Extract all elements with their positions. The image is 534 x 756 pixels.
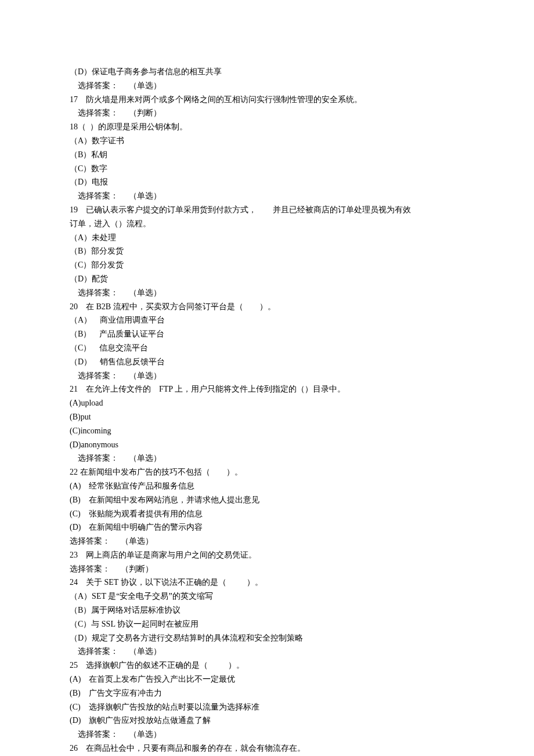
text-line: (D) 在新闻组中明确广告的警示内容 — [70, 520, 464, 534]
text-line: 选择答案： （单选） — [70, 189, 464, 203]
text-line: 选择答案： （判断） — [70, 106, 464, 120]
text-line: (A) 经常张贴宣传产品和服务信息 — [70, 479, 464, 493]
text-line: 选择答案： （单选） — [70, 369, 464, 383]
text-line: (B)put — [70, 410, 464, 424]
text-line: （C） 信息交流平台 — [70, 341, 464, 355]
text-line: 23 网上商店的单证是商家与用户之间的交易凭证。 — [70, 548, 464, 562]
text-line: 订单，进入（）流程。 — [70, 217, 464, 231]
text-line: （D） 销售信息反馈平台 — [70, 355, 464, 369]
text-line: 选择答案： （单选） — [70, 79, 464, 93]
text-line: 25 选择旗帜广告的叙述不正确的是（ ）。 — [70, 659, 464, 672]
text-line: （B）部分发货 — [70, 244, 464, 258]
text-line: 选择答案： （单选） — [70, 534, 464, 548]
text-line: （C）与 SSL 协议一起同时在被应用 — [70, 617, 464, 631]
text-line: (D) 旗帜广告应对投放站点做通盘了解 — [70, 714, 464, 728]
content-body: （D）保证电子商务参与者信息的相互共享 选择答案： （单选）17 防火墙是用来对… — [70, 65, 464, 756]
text-line: 24 关于 SET 协议，以下说法不正确的是（ ）。 — [70, 576, 464, 589]
text-line: （A）数字证书 — [70, 134, 464, 148]
text-line: (A) 在首页上发布广告投入产出比不一定最优 — [70, 672, 464, 686]
text-line: 20 在 B2B 流程中，买卖双方合同签订平台是（ ）。 — [70, 300, 464, 314]
text-line: (D)anonymous — [70, 438, 464, 452]
text-line: 选择答案： （判断） — [70, 562, 464, 576]
text-line: (B) 在新闻组中发布网站消息，并请求他人提出意见 — [70, 493, 464, 507]
text-line: 17 防火墙是用来对两个或多个网络之间的互相访问实行强制性管理的安全系统。 — [70, 93, 464, 107]
document-page: （D）保证电子商务参与者信息的相互共享 选择答案： （单选）17 防火墙是用来对… — [0, 0, 534, 756]
text-line: （C）数字 — [70, 162, 464, 176]
text-line: 选择答案： （单选） — [70, 645, 464, 659]
text-line: 选择答案： （单选） — [70, 286, 464, 300]
text-line: （B） 产品质量认证平台 — [70, 327, 464, 341]
text-line: (C)incoming — [70, 424, 464, 438]
text-line: （D）电报 — [70, 175, 464, 189]
text-line: 18（ ）的原理是采用公钥体制。 — [70, 120, 464, 134]
text-line: （A）SET 是“安全电子交易”的英文缩写 — [70, 589, 464, 603]
text-line: (B) 广告文字应有冲击力 — [70, 686, 464, 700]
text-line: （C）部分发货 — [70, 258, 464, 272]
text-line: 21 在允许上传文件的 FTP 上，用户只能将文件上传到指定的（）目录中。 — [70, 382, 464, 396]
text-line: （D）配货 — [70, 272, 464, 286]
text-line: (C) 张贴能为观看者提供有用的信息 — [70, 507, 464, 521]
text-line: （B）属于网络对话层标准协议 — [70, 603, 464, 617]
text-line: 选择答案： （单选） — [70, 451, 464, 465]
text-line: （A）未处理 — [70, 231, 464, 245]
text-line: （A） 商业信用调查平台 — [70, 313, 464, 327]
text-line: （B）私钥 — [70, 148, 464, 162]
text-line: （D）保证电子商务参与者信息的相互共享 — [70, 65, 464, 79]
text-line: (A)upload — [70, 396, 464, 410]
text-line: 19 已确认表示客户提交的订单采用货到付款方式， 并且已经被商店的订单处理员视为… — [70, 203, 464, 217]
text-line: (C) 选择旗帜广告投放的站点时要以流量为选择标准 — [70, 700, 464, 714]
text-line: 26 在商品社会中，只要有商品和服务的存在，就会有物流存在。 — [70, 741, 464, 755]
text-line: 22 在新闻组中发布广告的技巧不包括（ ）。 — [70, 465, 464, 479]
text-line: （D）规定了交易各方进行交易结算时的具体流程和安全控制策略 — [70, 631, 464, 645]
text-line: 选择答案： （单选） — [70, 728, 464, 741]
